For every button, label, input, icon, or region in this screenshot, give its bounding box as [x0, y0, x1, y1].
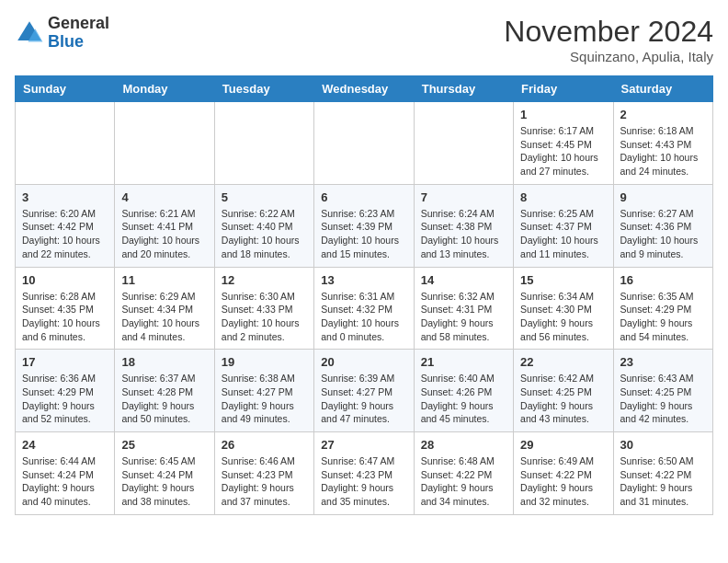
calendar-cell: 10Sunrise: 6:28 AM Sunset: 4:35 PM Dayli…	[16, 267, 115, 350]
weekday-header: Thursday	[414, 76, 513, 102]
day-info: Sunrise: 6:25 AM Sunset: 4:37 PM Dayligh…	[520, 207, 606, 261]
day-info: Sunrise: 6:44 AM Sunset: 4:24 PM Dayligh…	[22, 454, 108, 509]
day-number: 14	[421, 273, 506, 287]
calendar-cell: 26Sunrise: 6:46 AM Sunset: 4:23 PM Dayli…	[214, 432, 313, 515]
day-info: Sunrise: 6:31 AM Sunset: 4:32 PM Dayligh…	[321, 290, 406, 344]
day-info: Sunrise: 6:45 AM Sunset: 4:24 PM Dayligh…	[121, 454, 207, 509]
day-number: 7	[421, 190, 506, 204]
calendar-cell: 6Sunrise: 6:23 AM Sunset: 4:39 PM Daylig…	[314, 184, 414, 267]
calendar-cell: 3Sunrise: 6:20 AM Sunset: 4:42 PM Daylig…	[16, 184, 115, 267]
calendar-cell: 17Sunrise: 6:36 AM Sunset: 4:29 PM Dayli…	[16, 350, 115, 432]
calendar-cell: 23Sunrise: 6:43 AM Sunset: 4:25 PM Dayli…	[613, 350, 712, 432]
day-number: 28	[421, 438, 506, 452]
day-number: 4	[121, 190, 207, 204]
calendar-cell: 4Sunrise: 6:21 AM Sunset: 4:41 PM Daylig…	[115, 184, 214, 267]
calendar-cell	[214, 102, 313, 185]
calendar-cell: 13Sunrise: 6:31 AM Sunset: 4:32 PM Dayli…	[314, 267, 414, 350]
calendar-cell: 2Sunrise: 6:18 AM Sunset: 4:43 PM Daylig…	[613, 102, 712, 185]
calendar-cell: 27Sunrise: 6:47 AM Sunset: 4:23 PM Dayli…	[314, 432, 414, 515]
day-info: Sunrise: 6:30 AM Sunset: 4:33 PM Dayligh…	[222, 290, 307, 344]
calendar-table: SundayMondayTuesdayWednesdayThursdayFrid…	[15, 75, 713, 515]
calendar-cell: 28Sunrise: 6:48 AM Sunset: 4:22 PM Dayli…	[414, 432, 513, 515]
day-info: Sunrise: 6:37 AM Sunset: 4:28 PM Dayligh…	[121, 372, 207, 426]
day-number: 3	[22, 190, 108, 204]
day-number: 16	[620, 273, 706, 287]
day-info: Sunrise: 6:27 AM Sunset: 4:36 PM Dayligh…	[620, 207, 706, 261]
day-info: Sunrise: 6:32 AM Sunset: 4:31 PM Dayligh…	[421, 290, 506, 344]
day-number: 27	[321, 438, 406, 452]
calendar-cell: 19Sunrise: 6:38 AM Sunset: 4:27 PM Dayli…	[214, 350, 313, 432]
day-number: 13	[321, 273, 406, 287]
day-number: 21	[421, 355, 506, 369]
day-number: 22	[520, 355, 606, 369]
day-number: 12	[222, 273, 307, 287]
calendar-cell: 30Sunrise: 6:50 AM Sunset: 4:22 PM Dayli…	[613, 432, 712, 515]
day-number: 25	[121, 438, 207, 452]
day-number: 20	[321, 355, 406, 369]
calendar-cell: 11Sunrise: 6:29 AM Sunset: 4:34 PM Dayli…	[115, 267, 214, 350]
day-number: 30	[620, 438, 706, 452]
calendar-cell: 25Sunrise: 6:45 AM Sunset: 4:24 PM Dayli…	[115, 432, 214, 515]
weekday-header: Wednesday	[314, 76, 414, 102]
calendar-cell: 24Sunrise: 6:44 AM Sunset: 4:24 PM Dayli…	[16, 432, 115, 515]
day-info: Sunrise: 6:24 AM Sunset: 4:38 PM Dayligh…	[421, 207, 506, 261]
calendar-cell: 22Sunrise: 6:42 AM Sunset: 4:25 PM Dayli…	[514, 350, 613, 432]
day-number: 24	[22, 438, 108, 452]
day-info: Sunrise: 6:40 AM Sunset: 4:26 PM Dayligh…	[421, 372, 506, 426]
logo-blue: Blue	[48, 32, 84, 51]
day-number: 17	[22, 355, 108, 369]
day-info: Sunrise: 6:28 AM Sunset: 4:35 PM Dayligh…	[22, 290, 108, 344]
day-info: Sunrise: 6:21 AM Sunset: 4:41 PM Dayligh…	[121, 207, 207, 261]
day-number: 2	[620, 108, 706, 121]
calendar-cell: 14Sunrise: 6:32 AM Sunset: 4:31 PM Dayli…	[414, 267, 513, 350]
day-info: Sunrise: 6:23 AM Sunset: 4:39 PM Dayligh…	[321, 207, 406, 261]
day-info: Sunrise: 6:49 AM Sunset: 4:22 PM Dayligh…	[520, 454, 606, 509]
calendar-cell	[314, 102, 414, 185]
calendar-cell: 18Sunrise: 6:37 AM Sunset: 4:28 PM Dayli…	[115, 350, 214, 432]
day-info: Sunrise: 6:47 AM Sunset: 4:23 PM Dayligh…	[321, 454, 406, 509]
day-info: Sunrise: 6:29 AM Sunset: 4:34 PM Dayligh…	[121, 290, 207, 344]
day-info: Sunrise: 6:42 AM Sunset: 4:25 PM Dayligh…	[520, 372, 606, 426]
day-info: Sunrise: 6:34 AM Sunset: 4:30 PM Dayligh…	[520, 290, 606, 344]
day-info: Sunrise: 6:39 AM Sunset: 4:27 PM Dayligh…	[321, 372, 406, 426]
page-header: General Blue November 2024 Squinzano, Ap…	[15, 15, 713, 64]
day-number: 11	[121, 273, 207, 287]
day-number: 15	[520, 273, 606, 287]
day-info: Sunrise: 6:35 AM Sunset: 4:29 PM Dayligh…	[620, 290, 706, 344]
calendar-cell: 1Sunrise: 6:17 AM Sunset: 4:45 PM Daylig…	[514, 102, 613, 185]
day-number: 26	[222, 438, 307, 452]
day-info: Sunrise: 6:38 AM Sunset: 4:27 PM Dayligh…	[222, 372, 307, 426]
day-info: Sunrise: 6:48 AM Sunset: 4:22 PM Dayligh…	[421, 454, 506, 509]
weekday-header: Sunday	[16, 76, 115, 102]
calendar-cell: 20Sunrise: 6:39 AM Sunset: 4:27 PM Dayli…	[314, 350, 414, 432]
calendar-cell	[16, 102, 115, 185]
calendar-cell: 12Sunrise: 6:30 AM Sunset: 4:33 PM Dayli…	[214, 267, 313, 350]
calendar-cell: 15Sunrise: 6:34 AM Sunset: 4:30 PM Dayli…	[514, 267, 613, 350]
calendar-cell: 5Sunrise: 6:22 AM Sunset: 4:40 PM Daylig…	[214, 184, 313, 267]
title-block: November 2024 Squinzano, Apulia, Italy	[504, 15, 713, 64]
location-subtitle: Squinzano, Apulia, Italy	[504, 49, 713, 64]
day-info: Sunrise: 6:46 AM Sunset: 4:23 PM Dayligh…	[222, 454, 307, 509]
logo-general: General	[48, 14, 109, 32]
day-info: Sunrise: 6:20 AM Sunset: 4:42 PM Dayligh…	[22, 207, 108, 261]
calendar-cell: 21Sunrise: 6:40 AM Sunset: 4:26 PM Dayli…	[414, 350, 513, 432]
day-info: Sunrise: 6:36 AM Sunset: 4:29 PM Dayligh…	[22, 372, 108, 426]
day-info: Sunrise: 6:43 AM Sunset: 4:25 PM Dayligh…	[620, 372, 706, 426]
calendar-cell: 29Sunrise: 6:49 AM Sunset: 4:22 PM Dayli…	[514, 432, 613, 515]
day-number: 18	[121, 355, 207, 369]
weekday-header: Monday	[115, 76, 214, 102]
day-info: Sunrise: 6:22 AM Sunset: 4:40 PM Dayligh…	[222, 207, 307, 261]
weekday-header: Saturday	[613, 76, 712, 102]
calendar-cell	[414, 102, 513, 185]
calendar-cell: 8Sunrise: 6:25 AM Sunset: 4:37 PM Daylig…	[514, 184, 613, 267]
day-number: 23	[620, 355, 706, 369]
calendar-cell: 7Sunrise: 6:24 AM Sunset: 4:38 PM Daylig…	[414, 184, 513, 267]
month-title: November 2024	[504, 15, 713, 49]
day-info: Sunrise: 6:50 AM Sunset: 4:22 PM Dayligh…	[620, 454, 706, 509]
day-number: 5	[222, 190, 307, 204]
logo-icon	[15, 18, 44, 48]
calendar-cell: 9Sunrise: 6:27 AM Sunset: 4:36 PM Daylig…	[613, 184, 712, 267]
day-info: Sunrise: 6:17 AM Sunset: 4:45 PM Dayligh…	[520, 124, 606, 178]
calendar-cell	[115, 102, 214, 185]
day-number: 19	[222, 355, 307, 369]
